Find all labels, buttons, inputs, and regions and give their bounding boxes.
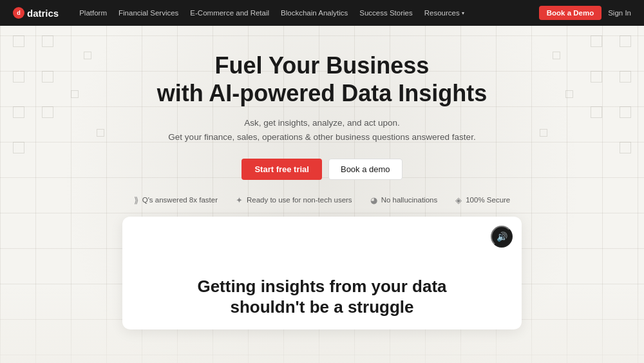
badge-secure: ◈ 100% Secure	[455, 195, 510, 205]
hero-subtitle: Ask, get insights, analyze, and act upon…	[168, 116, 475, 144]
nav-links: Platform Financial Services E-Commerce a…	[79, 9, 523, 17]
nav-link-blockchain[interactable]: Blockchain Analytics	[281, 9, 348, 17]
chevron-down-icon: ▾	[462, 10, 464, 16]
nav-link-success[interactable]: Success Stories	[359, 9, 412, 17]
shield-icon: ◈	[455, 195, 462, 205]
badge-hallucination: ◕ No hallucinations	[370, 195, 438, 205]
video-card-title: Getting insights from your data shouldn'…	[122, 276, 522, 318]
speed-icon: ⟫	[134, 195, 138, 205]
badge-speed: ⟫ Q's answered 8x faster	[134, 195, 218, 205]
video-card: 🔊 Getting insights from your data should…	[122, 217, 522, 329]
hero-section: Fuel Your Business with AI-powered Data …	[0, 26, 644, 205]
hero-cta: Start free trial Book a demo	[242, 159, 402, 180]
signin-button[interactable]: Sign In	[608, 9, 631, 17]
hero-title: Fuel Your Business with AI-powered Data …	[157, 52, 488, 107]
nav-link-platform[interactable]: Platform	[79, 9, 107, 17]
nav-link-financial[interactable]: Financial Services	[118, 9, 178, 17]
audio-button[interactable]: 🔊	[491, 226, 513, 248]
hallucination-icon: ◕	[370, 195, 377, 205]
nav-actions: Book a Demo Sign In	[539, 6, 631, 20]
start-trial-button[interactable]: Start free trial	[242, 159, 322, 180]
nav-link-resources[interactable]: Resources ▾	[424, 9, 464, 17]
logo-text: datrics	[27, 8, 59, 19]
feature-badges: ⟫ Q's answered 8x faster ✦ Ready to use …	[134, 195, 511, 205]
book-demo-button[interactable]: Book a Demo	[539, 6, 602, 20]
badge-non-tech: ✦ Ready to use for non-tech users	[236, 195, 352, 205]
video-section: 🔊 Getting insights from your data should…	[0, 217, 644, 329]
nav-link-ecommerce[interactable]: E-Commerce and Retail	[190, 9, 269, 17]
non-tech-icon: ✦	[236, 195, 243, 205]
navbar: d datrics Platform Financial Services E-…	[0, 0, 644, 26]
book-demo-hero-button[interactable]: Book a demo	[328, 159, 402, 180]
logo-icon: d	[13, 7, 24, 19]
audio-icon: 🔊	[497, 231, 507, 242]
logo[interactable]: d datrics	[13, 7, 59, 19]
